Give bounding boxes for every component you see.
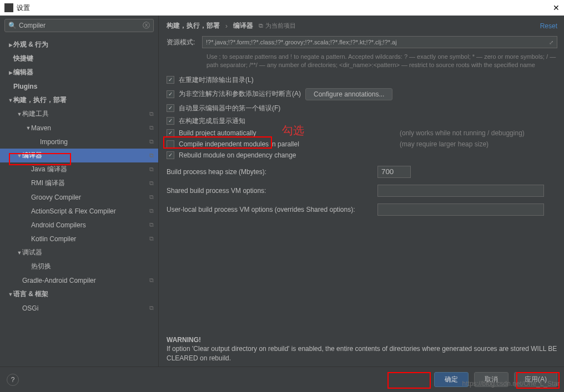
chk-first-error[interactable] [167,104,174,112]
sidebar-item-9[interactable]: Java 编译器⧉ [0,162,158,176]
annotation-text: 勾选 [282,123,304,138]
resource-label: 资源模式: [167,38,202,47]
tree-arrow-icon: ▼ [26,125,31,131]
close-icon[interactable]: ✕ [553,3,560,12]
sidebar-item-13[interactable]: Android Compilers⧉ [0,218,158,232]
help-button[interactable]: ? [7,374,19,386]
sidebar-item-19[interactable]: OSGi⧉ [0,301,158,315]
chk-notify-label: 在构建完成后显示通知 [179,116,245,126]
sidebar-item-label: 调试器 [22,248,154,257]
sidebar-item-label: ActionScript & Flex Compiler [31,207,149,215]
chk-compile-parallel-note: (may require larger heap size) [400,140,489,148]
heap-input[interactable] [377,166,411,178]
tree-arrow-icon: ▼ [17,153,22,159]
search-icon: 🔍 [8,22,17,29]
window-title: 设置 [17,3,553,13]
sidebar: 🔍 ⓧ ▶外观 & 行为快捷键▶编辑器Plugins▼构建，执行，部署▼构建工具… [0,16,159,366]
tree-arrow-icon: ▼ [17,250,22,256]
chk-clear-output[interactable] [167,76,174,84]
sidebar-item-label: 构建，执行，部署 [13,95,154,105]
chk-compile-parallel-label: Compile independent modules in parallel [179,140,379,148]
chk-build-auto[interactable] [167,129,174,137]
sidebar-item-label: Importing [40,138,149,146]
shared-vm-label: Shared build process VM options: [167,187,377,195]
breadcrumb-2: 编译器 [233,21,253,30]
sidebar-item-label: Android Compilers [31,221,149,229]
sidebar-item-label: 编译器 [22,151,149,160]
warning-block: WARNING! If option 'Clear output directo… [167,335,557,363]
sidebar-item-10[interactable]: RMI 编译器⧉ [0,176,158,190]
chk-notnull-assert[interactable] [167,90,174,98]
heap-label: Build process heap size (Mbytes): [167,168,377,176]
shared-vm-input[interactable] [377,185,544,197]
app-icon [4,3,13,12]
tree-arrow-icon: ▶ [8,42,13,48]
sidebar-item-label: 编辑器 [13,68,154,77]
sidebar-item-label: 外观 & 行为 [13,40,154,49]
sidebar-item-18[interactable]: ▼语言 & 框架 [0,287,158,301]
sidebar-item-2[interactable]: ▶编辑器 [0,65,158,79]
configure-annotations-button[interactable]: Configure annotations... [305,88,392,100]
sidebar-item-4[interactable]: ▼构建，执行，部署 [0,93,158,107]
tree-arrow-icon: ▶ [8,70,13,75]
sidebar-item-11[interactable]: Groovy Compiler⧉ [0,190,158,204]
breadcrumb-sep: › [225,22,228,30]
copy-icon: ⧉ [149,207,154,215]
copy-icon: ⧉ [149,180,154,187]
expand-icon[interactable]: ⤢ [549,39,553,45]
project-scope: ⧉为当前项目 [259,22,296,30]
tree-arrow-icon: ▼ [8,292,13,297]
search-input[interactable] [19,22,143,29]
copy-icon: ⧉ [149,277,154,284]
sidebar-item-label: Java 编译器 [31,165,149,174]
chk-notify[interactable] [167,117,174,125]
sidebar-item-label: 热切换 [31,262,154,271]
sidebar-item-label: OSGi [22,304,149,312]
sidebar-item-5[interactable]: ▼构建工具⧉ [0,107,158,121]
chk-clear-output-label: 在重建时清除输出目录(L) [179,75,254,85]
sidebar-item-label: Groovy Compiler [31,194,149,201]
sidebar-item-6[interactable]: ▼Maven⧉ [0,121,158,135]
userlocal-vm-input[interactable] [377,203,544,216]
annotation-box-ok [387,372,431,389]
sidebar-item-7[interactable]: Importing⧉ [0,135,158,149]
content-pane: 构建，执行，部署 › 编译器 ⧉为当前项目 Reset 资源模式: !?*.ja… [159,16,564,366]
copy-icon: ⧉ [149,304,154,312]
sidebar-item-label: 语言 & 框架 [13,289,154,299]
chk-rebuild-dep[interactable] [167,151,174,159]
sidebar-item-14[interactable]: Kotlin Compiler⧉ [0,232,158,246]
tree-arrow-icon: ▼ [8,98,13,103]
reset-link[interactable]: Reset [540,22,557,30]
breadcrumb: 构建，执行，部署 › 编译器 ⧉为当前项目 Reset [167,21,557,30]
sidebar-item-17[interactable]: Gradle-Android Compiler⧉ [0,273,158,287]
clear-search-icon[interactable]: ⓧ [143,21,150,30]
sidebar-item-3[interactable]: Plugins [0,79,158,93]
settings-tree: ▶外观 & 行为快捷键▶编辑器Plugins▼构建，执行，部署▼构建工具⧉▼Ma… [0,35,158,366]
sidebar-item-label: Maven [31,124,149,132]
chk-rebuild-dep-label: Rebuild module on dependency change [179,151,296,159]
chk-build-auto-note: (only works while not running / debuggin… [400,129,525,137]
copy-icon: ⧉ [149,194,154,201]
tree-arrow-icon: ▼ [17,111,22,117]
sidebar-item-8[interactable]: ▼编译器⧉ [0,149,158,162]
sidebar-item-label: RMI 编译器 [31,179,149,188]
chk-compile-parallel[interactable] [167,140,174,148]
copy-icon: ⧉ [149,124,154,131]
sidebar-item-1[interactable]: 快捷键 [0,52,158,65]
chk-first-error-label: 自动显示编辑器中的第一个错误(F) [179,104,280,113]
sidebar-item-16[interactable]: 热切换 [0,259,158,273]
sidebar-item-12[interactable]: ActionScript & Flex Compiler⧉ [0,204,158,218]
sidebar-item-15[interactable]: ▼调试器 [0,246,158,259]
sidebar-item-0[interactable]: ▶外观 & 行为 [0,38,158,52]
search-input-wrap[interactable]: 🔍 ⓧ [4,19,154,32]
resource-pattern-input[interactable]: !?*.java;!?*.form;!?*.class;!?*.groovy;!… [202,36,557,48]
copy-icon: ⧉ [149,221,154,228]
warning-title: WARNING! [167,335,557,345]
chk-notnull-assert-label: 为非空注解方法和参数添加运行时断言(A) [179,89,301,99]
copy-icon: ⧉ [149,152,154,159]
sidebar-item-label: Kotlin Compiler [31,235,149,243]
warning-text: If option 'Clear output directory on reb… [167,344,557,363]
breadcrumb-1: 构建，执行，部署 [167,21,220,30]
resource-hint: Use ; to separate patterns and ! to nega… [207,53,557,70]
titlebar: 设置 ✕ [0,0,564,16]
